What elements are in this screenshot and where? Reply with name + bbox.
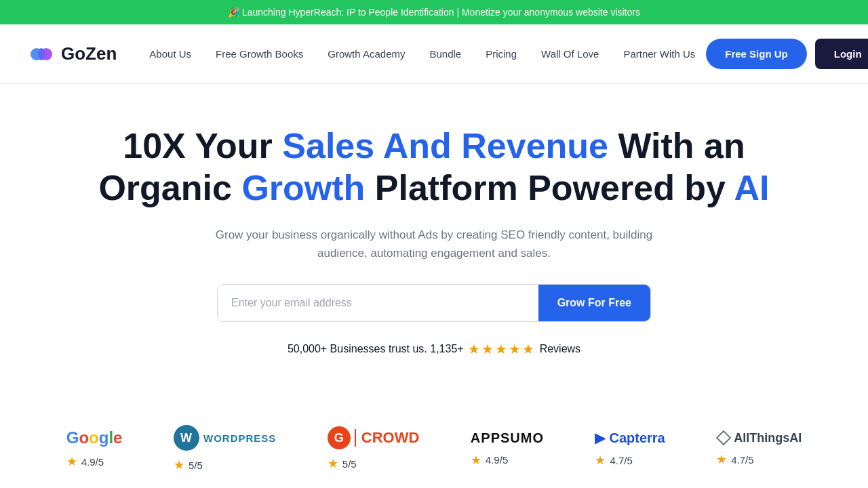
g2-crowd-text: CROWD	[355, 429, 420, 447]
hero-title-highlight2: Growth	[241, 168, 365, 207]
g2-rating: ★ 5/5	[328, 456, 357, 471]
wp-circle-icon: W	[174, 425, 199, 451]
google-rating: ★ 4.9/5	[66, 454, 104, 469]
google-star-icon: ★	[66, 454, 77, 469]
logos-row: Google ★ 4.9/5 W WordPress ★ 5/5 G CROWD…	[0, 411, 868, 488]
nav-growth-academy[interactable]: Growth Academy	[317, 43, 416, 65]
logo-link[interactable]: GoZen	[27, 40, 117, 68]
hero-subtitle: Grow your business organically without A…	[210, 226, 658, 262]
nav-bundle[interactable]: Bundle	[418, 43, 472, 65]
allthingsai-rating-value: 4.7/5	[731, 454, 753, 466]
svg-rect-4	[717, 431, 730, 445]
capterra-star-icon: ★	[595, 453, 606, 468]
appsumo-logo: AppSumo	[471, 430, 544, 446]
announcement-banner[interactable]: 🎉 Launching HyperReach: IP to People Ide…	[0, 0, 868, 24]
nav-about-us[interactable]: About Us	[138, 43, 202, 65]
grow-for-free-button[interactable]: Grow For Free	[538, 285, 650, 321]
appsumo-rating: ★ 4.9/5	[471, 453, 508, 468]
nav-actions: Free Sign Up Login	[706, 39, 868, 69]
logo-item-capterra: ▶ Capterra ★ 4.7/5	[595, 430, 665, 468]
allthingsai-label: AllThingsAI	[734, 431, 802, 445]
allthingsai-star-icon: ★	[716, 452, 727, 467]
g2-rating-value: 5/5	[342, 458, 357, 470]
allthingsai-diamond-icon	[716, 430, 731, 445]
capterra-rating-value: 4.7/5	[610, 455, 632, 466]
trust-stars: ★★★★★	[468, 341, 536, 357]
allthingsai-logo: AllThingsAI	[716, 430, 802, 445]
g2-logo: G CROWD	[328, 426, 420, 449]
logo-item-allthingsai: AllThingsAI ★ 4.7/5	[716, 430, 802, 467]
capterra-arrow-icon: ▶	[595, 430, 605, 446]
banner-emoji: 🎉	[228, 7, 239, 18]
wordpress-rating: ★ 5/5	[174, 458, 203, 472]
g2-star-icon: ★	[328, 456, 338, 471]
svg-point-3	[38, 48, 45, 60]
nav-pricing[interactable]: Pricing	[475, 43, 528, 65]
hero-title-highlight1: Sales And Revenue	[282, 126, 608, 165]
wordpress-rating-value: 5/5	[189, 460, 203, 471]
email-form: Grow For Free	[217, 284, 651, 322]
gozen-logo-icon	[27, 40, 56, 68]
capterra-logo: ▶ Capterra	[595, 430, 665, 446]
free-signup-button[interactable]: Free Sign Up	[706, 39, 807, 69]
trust-reviews: Reviews	[540, 343, 580, 355]
nav-partner-with-us[interactable]: Partner With Us	[612, 43, 706, 65]
wordpress-label: WordPress	[203, 432, 276, 444]
logo-item-wordpress: W WordPress ★ 5/5	[174, 425, 276, 472]
google-logo: Google	[66, 428, 123, 447]
hero-title-part1: 10X Your	[123, 126, 282, 165]
google-rating-value: 4.9/5	[81, 456, 104, 468]
hero-title-part4: Platform Powered by	[365, 168, 734, 207]
hero-title-part3: Organic	[98, 168, 241, 207]
appsumo-rating-value: 4.9/5	[486, 454, 508, 466]
g2-circle-icon: G	[328, 426, 351, 449]
nav-free-growth-books[interactable]: Free Growth Books	[205, 43, 314, 65]
email-input[interactable]	[218, 285, 538, 321]
logo-item-google: Google ★ 4.9/5	[66, 428, 123, 469]
navbar: GoZen About Us Free Growth Books Growth …	[0, 24, 868, 84]
hero-title-highlight3: AI	[734, 168, 770, 207]
appsumo-star-icon: ★	[471, 453, 481, 468]
logo-item-appsumo: AppSumo ★ 4.9/5	[471, 430, 544, 468]
wordpress-logo: W WordPress	[174, 425, 276, 451]
logo-text: GoZen	[61, 43, 117, 64]
trust-line: 50,000+ Businesses trust us. 1,135+ ★★★★…	[27, 341, 841, 357]
nav-wall-of-love[interactable]: Wall Of Love	[530, 43, 610, 65]
logo-item-g2: G CROWD ★ 5/5	[328, 426, 420, 471]
capterra-label: Capterra	[609, 430, 665, 446]
capterra-rating: ★ 4.7/5	[595, 453, 632, 468]
hero-title: 10X Your Sales And Revenue With an Organ…	[27, 125, 841, 209]
wordpress-star-icon: ★	[174, 458, 184, 472]
allthingsai-rating: ★ 4.7/5	[716, 452, 753, 467]
trust-text: 50,000+ Businesses trust us. 1,135+	[288, 343, 464, 355]
login-button[interactable]: Login	[815, 39, 868, 69]
nav-links: About Us Free Growth Books Growth Academ…	[138, 43, 706, 65]
banner-text: Launching HyperReach: IP to People Ident…	[242, 7, 640, 18]
hero-title-part2: With an	[608, 126, 745, 165]
hero-section: 10X Your Sales And Revenue With an Organ…	[0, 84, 868, 411]
